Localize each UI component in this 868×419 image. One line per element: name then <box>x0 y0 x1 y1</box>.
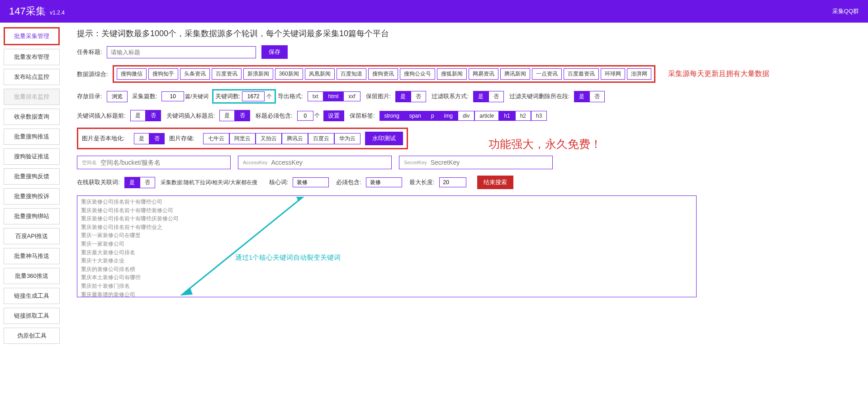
filter-kw-toggle[interactable]: 是 否 <box>574 91 605 102</box>
online-rel-label: 在线获取关联词: <box>77 178 120 186</box>
img-keep-yes[interactable]: 是 <box>395 91 411 102</box>
kw-before-yes[interactable]: 是 <box>130 110 146 121</box>
source-item-7[interactable]: 百度知道 <box>337 68 366 80</box>
must-contain-input[interactable] <box>366 177 402 187</box>
kw-after-toggle[interactable]: 是 否 <box>219 110 250 121</box>
access-key-field[interactable]: AccessKey <box>238 156 392 169</box>
filter-kw-label: 过滤关键词删除所在段: <box>509 92 570 100</box>
tag-div[interactable]: div <box>458 111 474 121</box>
source-item-10[interactable]: 搜狐新闻 <box>437 68 467 80</box>
source-item-9[interactable]: 搜狗公众号 <box>400 68 435 80</box>
sidebar-item-7[interactable]: 批量搜狗反馈 <box>4 168 60 185</box>
count-input[interactable] <box>161 91 184 101</box>
online-rel-no[interactable]: 否 <box>140 177 155 188</box>
source-item-8[interactable]: 搜狗资讯 <box>368 68 398 80</box>
sidebar-item-1[interactable]: 批量发布管理 <box>4 49 60 65</box>
tag-p[interactable]: p <box>426 111 439 121</box>
source-item-16[interactable]: 澎湃网 <box>627 68 651 80</box>
sidebar-item-4[interactable]: 收录数据查询 <box>4 109 60 125</box>
contact-yes[interactable]: 是 <box>473 91 489 102</box>
filter-kw-yes[interactable]: 是 <box>574 91 589 102</box>
img-local-no[interactable]: 否 <box>149 133 165 144</box>
core-word-label: 核心词: <box>269 178 289 186</box>
kw-after-yes[interactable]: 是 <box>219 110 235 121</box>
task-title-input[interactable] <box>107 46 256 58</box>
online-rel-toggle[interactable]: 是 否 <box>124 177 155 188</box>
title-setting-button[interactable]: 设置 <box>323 110 344 121</box>
source-item-3[interactable]: 百度资讯 <box>212 68 242 80</box>
sidebar-item-8[interactable]: 批量搜狗投诉 <box>4 188 60 205</box>
tag-img[interactable]: img <box>439 111 458 121</box>
sidebar-item-0[interactable]: 批量采集管理 <box>4 27 60 45</box>
img-local-yes[interactable]: 是 <box>134 133 149 144</box>
browse-button[interactable]: 浏览 <box>107 91 128 102</box>
contact-no[interactable]: 否 <box>489 91 504 102</box>
source-item-2[interactable]: 头条资讯 <box>180 68 210 80</box>
source-group: 搜狗微信搜狗知乎头条资讯百度资讯新浪新闻360新闻凤凰新闻百度知道搜狗资讯搜狗公… <box>113 65 655 83</box>
contact-label: 过滤联系方式: <box>432 92 469 100</box>
kw-count-label: 关键词数: <box>215 92 241 100</box>
filter-kw-no[interactable]: 否 <box>589 91 605 102</box>
source-item-12[interactable]: 腾讯新闻 <box>500 68 530 80</box>
save-button[interactable]: 保存 <box>261 45 288 59</box>
contact-toggle[interactable]: 是 否 <box>473 91 504 102</box>
source-item-13[interactable]: 一点资讯 <box>532 68 562 80</box>
store-5[interactable]: 华为云 <box>334 133 360 144</box>
watermark-button[interactable]: 水印测试 <box>365 132 403 145</box>
must-contain-label: 必须包含: <box>336 178 361 186</box>
source-item-4[interactable]: 新浪新闻 <box>243 68 273 80</box>
store-4[interactable]: 百度云 <box>308 133 334 144</box>
tag-h2[interactable]: h2 <box>515 111 531 121</box>
kw-before-no[interactable]: 否 <box>146 110 161 121</box>
access-key-input[interactable] <box>271 159 387 166</box>
img-local-toggle[interactable]: 是 否 <box>134 133 165 144</box>
end-search-button[interactable]: 结束搜索 <box>477 176 513 189</box>
kw-count-input[interactable] <box>242 91 265 101</box>
sidebar-item-15[interactable]: 伪原创工具 <box>4 328 60 344</box>
source-item-15[interactable]: 环球网 <box>601 68 625 80</box>
keyword-results-textarea[interactable] <box>77 195 697 297</box>
fmt-xxf[interactable]: xxf <box>343 91 360 101</box>
core-word-input[interactable] <box>293 177 329 187</box>
space-name-field[interactable]: 空间名 <box>77 156 231 169</box>
tag-article[interactable]: article <box>474 111 499 121</box>
source-item-5[interactable]: 360新闻 <box>275 68 303 80</box>
tag-strong[interactable]: strong <box>379 111 404 121</box>
sidebar-item-5[interactable]: 批量搜狗推送 <box>4 129 60 145</box>
secret-key-field[interactable]: SecretKey <box>399 156 553 169</box>
sidebar-item-12[interactable]: 批量360推送 <box>4 268 60 284</box>
title-must-input[interactable] <box>297 111 313 121</box>
source-item-11[interactable]: 网易资讯 <box>469 68 498 80</box>
qq-group-link[interactable]: 采集QQ群 <box>832 7 859 15</box>
store-3[interactable]: 腾讯云 <box>282 133 308 144</box>
img-local-label: 图片是否本地化: <box>82 134 125 143</box>
space-name-input[interactable] <box>100 159 226 166</box>
secret-key-input[interactable] <box>431 159 548 166</box>
online-rel-yes[interactable]: 是 <box>124 177 140 188</box>
store-0[interactable]: 七牛云 <box>203 133 229 144</box>
sidebar-item-11[interactable]: 批量神马推送 <box>4 248 60 264</box>
source-item-1[interactable]: 搜狗知乎 <box>148 68 178 80</box>
sidebar-item-2[interactable]: 发布站点监控 <box>4 69 60 85</box>
store-1[interactable]: 阿里云 <box>229 133 256 144</box>
sidebar-item-13[interactable]: 链接生成工具 <box>4 288 60 304</box>
sidebar-item-10[interactable]: 百度API推送 <box>4 228 60 244</box>
sidebar-item-6[interactable]: 搜狗验证推送 <box>4 148 60 165</box>
tag-h3[interactable]: h3 <box>531 111 547 121</box>
source-item-0[interactable]: 搜狗微信 <box>117 68 147 80</box>
max-len-input[interactable] <box>439 177 466 187</box>
store-2[interactable]: 又拍云 <box>256 133 282 144</box>
sidebar-item-14[interactable]: 链接抓取工具 <box>4 308 60 324</box>
fmt-txt[interactable]: txt <box>308 91 323 101</box>
img-keep-toggle[interactable]: 是 否 <box>395 91 426 102</box>
tag-span[interactable]: span <box>404 111 426 121</box>
kw-before-toggle[interactable]: 是 否 <box>130 110 161 121</box>
source-item-14[interactable]: 百度最资讯 <box>564 68 599 80</box>
kw-after-no[interactable]: 否 <box>235 110 250 121</box>
space-name-mini-label: 空间名 <box>82 159 97 166</box>
sidebar-item-9[interactable]: 批量搜狗绑站 <box>4 208 60 224</box>
tag-h1[interactable]: h1 <box>499 111 515 121</box>
img-keep-no[interactable]: 否 <box>411 91 426 102</box>
fmt-html[interactable]: html <box>323 91 344 101</box>
source-item-6[interactable]: 凤凰新闻 <box>305 68 335 80</box>
